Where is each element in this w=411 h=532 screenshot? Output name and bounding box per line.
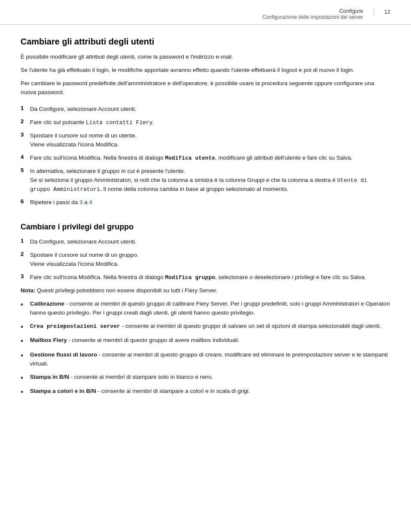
step-number: 3: [21, 273, 30, 279]
note-label: Nota:: [21, 287, 36, 294]
step6-number: 6: [21, 198, 30, 205]
mono-text: Lista contatti Fiery: [86, 119, 153, 126]
bullet-dot: •: [21, 336, 30, 346]
bullet-item: • Stampa in B/N - consente ai membri di …: [21, 373, 390, 383]
step-sub-text: Viene visualizzata l'icona Modifica.: [30, 141, 119, 148]
step-text-start: Fare clic sull'icona Modifica. Nella fin…: [30, 155, 165, 161]
step-number: 5: [21, 167, 30, 173]
section2-heading: Cambiare i privilegi del gruppo: [21, 223, 390, 232]
step-content: Fare clic sull'icona Modifica. Nella fin…: [30, 154, 390, 163]
bullet-bold: Stampa a colori e in B/N: [30, 388, 96, 394]
page-number: 12: [374, 8, 390, 15]
step-content: Fare clic sul pulsante Lista contatti Fi…: [30, 118, 390, 127]
bullet-bold: Crea preimpostazioni server: [30, 323, 120, 330]
bullet-item: • Calibrazione - consente ai membri di q…: [21, 300, 390, 318]
section1-intro1: È possibile modificare gli attributi deg…: [21, 53, 390, 62]
step-content: Spostare il cursore sul nome di un grupp…: [30, 251, 390, 269]
bullet-content: Gestione flussi di lavoro - consente ai …: [30, 351, 390, 369]
bullet-dot: •: [21, 373, 30, 383]
step-content: Da Configure, selezionare Account utenti…: [30, 105, 390, 114]
bullet-dot: •: [21, 351, 30, 361]
step-text-mono: Modifica gruppo: [165, 274, 215, 281]
bullet-rest: - consente ai membri di questo gruppo di…: [67, 337, 239, 343]
step-item: 1 Da Configure, selezionare Account uten…: [21, 105, 390, 114]
step-number: 2: [21, 118, 30, 125]
step-sub-text: Se si seleziona il gruppo Amministratori…: [30, 177, 367, 192]
section1-intro3: Per cambiare le password predefinite del…: [21, 79, 390, 97]
step-content: Spostare il cursore sul nome di un utent…: [30, 131, 390, 149]
header-subtitle: Configurazione delle impostazioni del se…: [262, 14, 363, 20]
step6-link2[interactable]: 4: [89, 199, 92, 205]
bullet-item: • Mailbox Fiery - consente ai membri di …: [21, 336, 390, 346]
bullet-content: Calibrazione - consente ai membri di que…: [30, 300, 390, 318]
step-main-text: In alternativa, selezionare il gruppo in…: [30, 168, 185, 174]
header-inner: Configure Configurazione delle impostazi…: [262, 8, 390, 20]
bullet-content: Stampa a colori e in B/N - consente ai m…: [30, 387, 390, 396]
step-item: 3 Fare clic sull'icona Modifica. Nella f…: [21, 273, 390, 282]
step-main-text: Spostare il cursore sul nome di un utent…: [30, 132, 137, 139]
bullet-bold: Stampa in B/N: [30, 374, 69, 380]
bullet-rest: - consente ai membri di questo gruppo di…: [30, 300, 390, 316]
step-content: In alternativa, selezionare il gruppo in…: [30, 167, 390, 194]
bullet-bold: Gestione flussi di lavoro: [30, 351, 97, 358]
step-text-start: Fare clic sull'icona Modifica. Nella fin…: [30, 274, 165, 280]
step-number: 3: [21, 131, 30, 138]
step-number: 4: [21, 154, 30, 160]
bullet-item: • Crea preimpostazioni server - consente…: [21, 322, 390, 332]
note-paragraph: Nota: Questi privilegi potrebbero non es…: [21, 286, 390, 295]
privilege-list: • Calibrazione - consente ai membri di q…: [21, 300, 390, 397]
section2-steps: 1 Da Configure, selezionare Account uten…: [21, 238, 390, 282]
step6-item: 6 Ripetere i passi da 3 a 4: [21, 198, 390, 207]
bullet-dot: •: [21, 387, 30, 397]
step-item: 3 Spostare il cursore sul nome di un ute…: [21, 131, 390, 149]
bullet-bold: Mailbox Fiery: [30, 337, 67, 343]
bullet-item: • Stampa a colori e in B/N - consente ai…: [21, 387, 390, 397]
header-text: Configure Configurazione delle impostazi…: [262, 8, 363, 20]
note-text: Questi privilegi potrebbero non essere d…: [36, 287, 217, 294]
step-item: 4 Fare clic sull'icona Modifica. Nella f…: [21, 154, 390, 163]
bullet-content: Stampa in B/N - consente ai membri di st…: [30, 373, 390, 382]
bullet-rest: - consente ai membri di stampare a color…: [96, 388, 250, 394]
step-text-end: , modificare gli attributi dell'utente e…: [215, 155, 353, 161]
page-header: Configure Configurazione delle impostazi…: [0, 0, 411, 25]
step-sub-text: Viene visualizzata l'icona Modifica.: [30, 261, 119, 267]
step-item: 5 In alternativa, selezionare il gruppo …: [21, 167, 390, 194]
step-item: 2 Fare clic sul pulsante Lista contatti …: [21, 118, 390, 127]
bullet-dot: •: [21, 300, 30, 310]
step-number: 1: [21, 105, 30, 111]
mono-text: Utente di gruppo Amministratori: [30, 177, 367, 193]
step-number: 2: [21, 251, 30, 257]
step6-text-start: Ripetere i passi da: [30, 199, 80, 205]
step-text-end: , selezionare o deselezionare i privileg…: [215, 274, 366, 280]
section1-heading: Cambiare gli attributi degli utenti: [21, 37, 390, 47]
bullet-content: Mailbox Fiery - consente ai membri di qu…: [30, 336, 390, 345]
bullet-rest: - consente ai membri di questo gruppo di…: [120, 323, 381, 329]
bullet-content: Crea preimpostazioni server - consente a…: [30, 322, 390, 331]
step-item: 1 Da Configure, selezionare Account uten…: [21, 238, 390, 247]
section1-intro2: Se l'utente ha già effettuato il login, …: [21, 66, 390, 75]
step6-text-mid: a: [83, 199, 89, 205]
section1-steps: 1 Da Configure, selezionare Account uten…: [21, 105, 390, 194]
step-main-text: Spostare il cursore sul nome di un grupp…: [30, 252, 139, 258]
bullet-item: • Gestione flussi di lavoro - consente a…: [21, 351, 390, 369]
step-content: Fare clic sull'icona Modifica. Nella fin…: [30, 273, 390, 282]
main-content: Cambiare gli attributi degli utenti È po…: [0, 25, 411, 419]
page-container: Configure Configurazione delle impostazi…: [0, 0, 411, 532]
step-number: 1: [21, 238, 30, 244]
step-content: Da Configure, selezionare Account utenti…: [30, 238, 390, 247]
bullet-rest: - consente ai membri di stampare solo in…: [69, 374, 213, 380]
step6-link1[interactable]: 3: [80, 199, 83, 205]
step-item: 2 Spostare il cursore sul nome di un gru…: [21, 251, 390, 269]
step6-content: Ripetere i passi da 3 a 4: [30, 198, 390, 207]
bullet-dot: •: [21, 322, 30, 332]
step-text-mono: Modifica utente: [165, 155, 215, 161]
bullet-bold: Calibrazione: [30, 300, 64, 307]
header-section-title: Configure: [262, 8, 363, 14]
